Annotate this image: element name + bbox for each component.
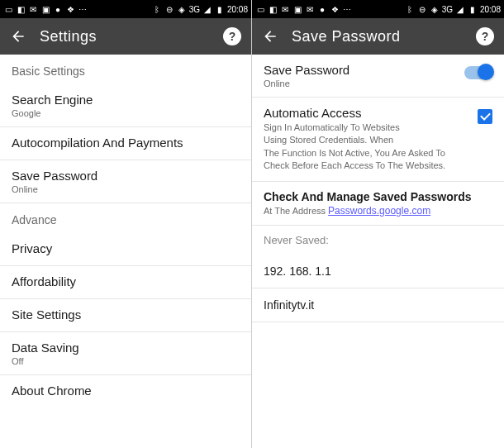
bluetooth-icon: ᛒ bbox=[152, 4, 162, 14]
save-password-content: Save Password Online Automatic Access Si… bbox=[252, 55, 504, 448]
item-title: Privacy bbox=[12, 241, 240, 255]
app-bar-right: Save Password ? bbox=[252, 18, 504, 55]
manage-passwords-item[interactable]: Check And Manage Saved Passwords At The … bbox=[252, 182, 504, 226]
advance-header: Advance bbox=[0, 203, 251, 233]
item-title: Save Password bbox=[264, 63, 456, 77]
location-icon: ◈ bbox=[430, 4, 440, 14]
status-icon: ⋯ bbox=[342, 4, 352, 14]
battery-icon: ▮ bbox=[215, 4, 225, 14]
item-title: Autocompilation And Payments bbox=[12, 136, 240, 150]
item-title: Automatic Access bbox=[264, 106, 469, 120]
status-icon: ⋯ bbox=[78, 4, 88, 14]
status-icon: ● bbox=[53, 4, 63, 14]
save-password-panel: ▭ ◧ ✉ ▣ ✉ ● ❖ ⋯ ᛒ ⊖ ◈ 3G ◢ ▮ 20:08 Save … bbox=[252, 0, 504, 448]
item-subtitle: Off bbox=[12, 356, 240, 366]
item-title: Save Password bbox=[12, 169, 240, 183]
never-saved-entry[interactable]: Infinitytv.it bbox=[252, 288, 504, 322]
data-saving-item[interactable]: Data Saving Off bbox=[0, 332, 251, 375]
item-desc: Sign In Automatically To Websites Using … bbox=[264, 122, 469, 173]
item-subtitle: Google bbox=[12, 108, 240, 118]
network-label: 3G bbox=[189, 5, 200, 14]
site-settings-item[interactable]: Site Settings bbox=[0, 299, 251, 332]
never-saved-label: Never Saved: bbox=[252, 226, 504, 255]
app-bar-left: Settings ? bbox=[0, 18, 251, 55]
status-bar-left: ▭ ◧ ✉ ▣ ● ❖ ⋯ ᛒ ⊖ ◈ 3G ◢ ▮ 20:08 bbox=[0, 0, 251, 18]
item-title: Site Settings bbox=[12, 307, 240, 322]
location-icon: ◈ bbox=[177, 4, 187, 14]
settings-panel: ▭ ◧ ✉ ▣ ● ❖ ⋯ ᛒ ⊖ ◈ 3G ◢ ▮ 20:08 Setting… bbox=[0, 0, 252, 448]
autocomp-item[interactable]: Autocompilation And Payments bbox=[0, 127, 251, 160]
status-icon: ● bbox=[317, 4, 327, 14]
save-password-item[interactable]: Save Password Online bbox=[0, 160, 251, 203]
save-password-toggle-row[interactable]: Save Password Online bbox=[252, 55, 504, 98]
status-icon: ✉ bbox=[28, 4, 38, 14]
privacy-item[interactable]: Privacy bbox=[0, 233, 251, 266]
signal-icon: ◢ bbox=[202, 4, 212, 14]
page-title: Save Password bbox=[292, 28, 463, 45]
affordability-item[interactable]: Affordability bbox=[0, 266, 251, 299]
battery-icon: ▮ bbox=[468, 4, 478, 14]
back-icon[interactable] bbox=[262, 28, 278, 45]
dnd-icon: ⊖ bbox=[417, 4, 427, 14]
help-icon[interactable]: ? bbox=[223, 27, 241, 45]
automatic-access-row[interactable]: Automatic Access Sign In Automatically T… bbox=[252, 98, 504, 182]
status-icon: ◧ bbox=[16, 4, 26, 14]
bluetooth-icon: ᛒ bbox=[405, 4, 415, 14]
clock: 20:08 bbox=[480, 5, 501, 14]
status-icon: ❖ bbox=[65, 4, 75, 14]
dnd-icon: ⊖ bbox=[164, 4, 174, 14]
status-icon: ❖ bbox=[330, 4, 340, 14]
never-saved-entry[interactable]: 192. 168. 1.1 bbox=[252, 255, 504, 288]
item-title: Data Saving bbox=[12, 341, 240, 355]
passwords-link[interactable]: Passwords.google.com bbox=[328, 205, 430, 217]
item-title: Affordability bbox=[12, 274, 240, 288]
search-engine-item[interactable]: Search Engine Google bbox=[0, 84, 251, 127]
item-subtitle: At The Address Passwords.google.com bbox=[264, 205, 492, 217]
clock: 20:08 bbox=[227, 5, 248, 14]
save-password-toggle[interactable] bbox=[464, 66, 492, 79]
status-icon: ✉ bbox=[305, 4, 315, 14]
signal-icon: ◢ bbox=[455, 4, 465, 14]
page-title: Settings bbox=[40, 28, 210, 45]
automatic-access-checkbox[interactable] bbox=[478, 109, 492, 124]
back-icon[interactable] bbox=[10, 28, 26, 45]
network-label: 3G bbox=[442, 5, 453, 14]
item-title: Check And Manage Saved Passwords bbox=[264, 190, 492, 203]
status-bar-right: ▭ ◧ ✉ ▣ ✉ ● ❖ ⋯ ᛒ ⊖ ◈ 3G ◢ ▮ 20:08 bbox=[252, 0, 504, 18]
status-icon: ◧ bbox=[268, 4, 278, 14]
item-title: Search Engine bbox=[12, 93, 240, 107]
status-icon: ✉ bbox=[280, 4, 290, 14]
status-icon: ▣ bbox=[40, 4, 50, 14]
basic-settings-header: Basic Settings bbox=[0, 55, 251, 84]
item-subtitle: Online bbox=[12, 184, 240, 194]
status-icon: ▭ bbox=[3, 4, 13, 14]
item-subtitle: Online bbox=[264, 79, 456, 88]
settings-content: Basic Settings Search Engine Google Auto… bbox=[0, 55, 251, 448]
about-chrome-item[interactable]: About Chrome bbox=[0, 375, 251, 407]
status-icon: ▭ bbox=[255, 4, 265, 14]
help-icon[interactable]: ? bbox=[476, 27, 494, 45]
status-icon: ▣ bbox=[292, 4, 302, 14]
item-title: About Chrome bbox=[12, 384, 240, 398]
